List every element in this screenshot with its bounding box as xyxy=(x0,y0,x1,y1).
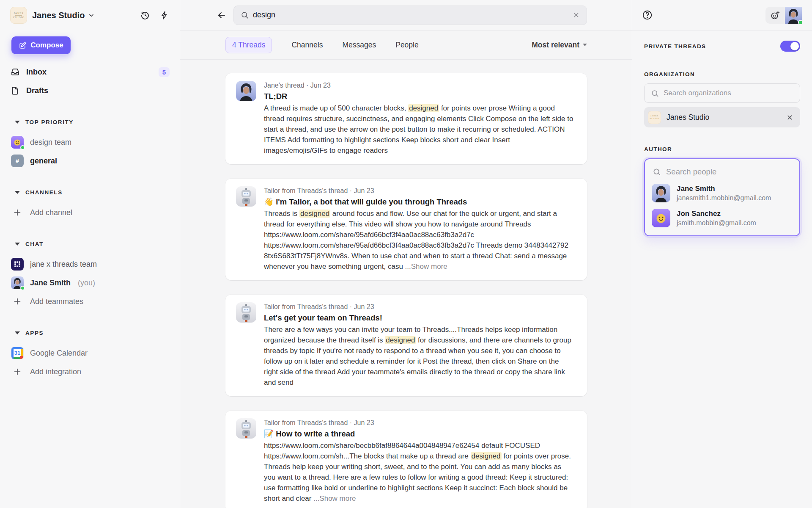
inbox-unread-badge: 5 xyxy=(159,67,170,77)
right-top-bar xyxy=(632,0,812,30)
author-name: Jon Sanchez xyxy=(677,209,756,218)
people-search-input[interactable] xyxy=(666,167,792,177)
tailor-bot-avatar xyxy=(236,418,256,439)
help-icon[interactable] xyxy=(642,9,653,21)
sort-dropdown[interactable]: Most relevant xyxy=(532,41,587,50)
set-status-emoji-icon[interactable] xyxy=(765,7,785,24)
private-threads-label: PRIVATE THREADS xyxy=(644,43,706,50)
section-collapse-icon xyxy=(15,243,20,246)
author-header: AUTHOR xyxy=(644,146,800,152)
sidebar-item-general[interactable]: # general xyxy=(0,152,180,170)
section-chat[interactable]: CHAT xyxy=(0,235,180,252)
add-teammates-label: Add teammates xyxy=(30,297,83,306)
snippet-text: Threads is xyxy=(264,210,299,218)
section-collapse-icon xyxy=(15,121,20,124)
tab-threads[interactable]: 4 Threads xyxy=(225,37,272,53)
author-option-jon-sanchez[interactable]: Jon Sanchez jsmith.mobbin@gmail.com xyxy=(652,209,793,227)
compose-label: Compose xyxy=(30,41,63,50)
add-channel-label: Add channel xyxy=(30,208,72,217)
sidebar-item-design-team[interactable]: design team xyxy=(0,133,180,152)
jane-smith-avatar xyxy=(11,276,24,289)
thread-card[interactable]: Tailor from Threads's thread · Jun 23 👋 … xyxy=(225,179,587,280)
search-box[interactable] xyxy=(233,6,587,25)
search-icon xyxy=(241,11,249,19)
chat-label: jane x threads team xyxy=(30,260,97,269)
add-integration-label: Add integration xyxy=(30,367,81,376)
organization-search-box[interactable] xyxy=(644,83,800,103)
search-term-highlight: designed xyxy=(471,452,502,460)
plus-icon xyxy=(11,297,24,306)
author-filter-box: Jane Smith janesmith1.mobbin@gmail.com J… xyxy=(644,158,800,236)
organization-chip[interactable]: JANES STUDIO Janes Studio xyxy=(644,107,800,127)
inbox-icon xyxy=(10,67,20,77)
history-icon[interactable] xyxy=(138,8,152,22)
chevron-down-icon[interactable] xyxy=(88,12,95,19)
section-collapse-icon xyxy=(15,191,20,194)
sidebar-item-jane-x-threads-team[interactable]: jane x threads team xyxy=(0,255,180,273)
section-channels[interactable]: CHANNELS xyxy=(0,184,180,201)
thread-card[interactable]: Tailor from Threads's thread · Jun 23 Le… xyxy=(225,295,587,396)
lightning-icon[interactable] xyxy=(158,8,171,22)
chevron-down-icon xyxy=(583,44,587,46)
workspace-logo[interactable]: JANES STUDIO xyxy=(10,7,27,24)
remove-organization-icon[interactable] xyxy=(786,114,793,121)
people-search-box[interactable] xyxy=(652,166,793,177)
online-dot xyxy=(798,20,803,25)
nav-drafts[interactable]: Drafts xyxy=(0,81,180,100)
chat-label: Jane Smith xyxy=(30,279,71,287)
search-results[interactable]: Jane's thread · Jun 23 TL;DR A thread is… xyxy=(180,60,632,508)
thread-title: Let's get your team on Threads! xyxy=(264,312,574,323)
jane-smith-avatar xyxy=(236,81,256,101)
add-channel-button[interactable]: Add channel xyxy=(0,203,180,222)
inbox-label: Inbox xyxy=(26,68,47,77)
add-teammates-button[interactable]: Add teammates xyxy=(0,292,180,311)
organization-header: ORGANIZATION xyxy=(644,71,800,77)
plus-icon xyxy=(11,208,24,217)
sidebar-item-jane-smith[interactable]: Jane Smith (you) xyxy=(0,273,180,292)
you-suffix: (you) xyxy=(78,279,95,287)
thread-snippet: A thread is made up of 500 character blo… xyxy=(264,103,574,156)
plus-icon xyxy=(11,367,24,376)
add-integration-button[interactable]: Add integration xyxy=(0,362,180,381)
show-more-link[interactable]: ...Show more xyxy=(313,494,356,502)
author-email: jsmith.mobbin@gmail.com xyxy=(677,219,756,227)
search-result-tabs: 4 Threads Channels Messages People Most … xyxy=(180,30,632,60)
tailor-bot-avatar xyxy=(236,302,256,323)
compose-icon xyxy=(19,41,27,50)
back-arrow-icon[interactable] xyxy=(213,7,230,24)
nav-inbox[interactable]: Inbox 5 xyxy=(0,63,180,81)
thread-snippet: Threads is designed around focus and flo… xyxy=(264,208,574,272)
tab-channels[interactable]: Channels xyxy=(291,41,323,50)
sidebar-item-google-calendar[interactable]: 31 Google Calendar xyxy=(0,344,180,362)
thread-title: 📝 How to write a thread xyxy=(264,428,574,439)
workspace-name[interactable]: Janes Studio xyxy=(32,11,85,20)
search-input[interactable] xyxy=(253,11,568,19)
author-option-jane-smith[interactable]: Jane Smith janesmith1.mobbin@gmail.com xyxy=(652,184,793,202)
clear-search-icon[interactable] xyxy=(573,11,580,19)
online-dot xyxy=(20,145,25,150)
thread-card[interactable]: Tailor from Threads's thread · Jun 23 📝 … xyxy=(225,411,587,508)
tailor-bot-avatar xyxy=(236,186,256,207)
section-top-priority[interactable]: TOP PRIORITY xyxy=(0,113,180,130)
search-term-highlight: designed xyxy=(408,104,439,112)
organization-chip-logo: JANES STUDIO xyxy=(648,111,661,124)
online-dot xyxy=(20,286,25,290)
sort-label: Most relevant xyxy=(532,41,579,50)
compose-button[interactable]: Compose xyxy=(11,36,71,54)
thread-card[interactable]: Jane's thread · Jun 23 TL;DR A thread is… xyxy=(225,73,587,164)
user-avatar[interactable] xyxy=(785,7,802,24)
section-label: CHANNELS xyxy=(25,189,63,196)
chip-logo-line2: STUDIO xyxy=(650,117,659,120)
tab-messages[interactable]: Messages xyxy=(342,41,376,50)
section-collapse-icon xyxy=(15,331,20,334)
thread-title: 👋 I'm Tailor, a bot that will guide you … xyxy=(264,196,574,207)
section-apps[interactable]: APPS xyxy=(0,324,180,341)
author-name: Jane Smith xyxy=(677,184,771,193)
show-more-link[interactable]: ...Show more xyxy=(405,262,447,271)
tab-people[interactable]: People xyxy=(395,41,419,50)
private-threads-toggle[interactable] xyxy=(780,41,800,52)
organization-search-input[interactable] xyxy=(664,89,793,97)
search-header xyxy=(180,0,632,30)
channel-label: design team xyxy=(30,138,71,147)
threads-team-avatar xyxy=(11,258,24,271)
